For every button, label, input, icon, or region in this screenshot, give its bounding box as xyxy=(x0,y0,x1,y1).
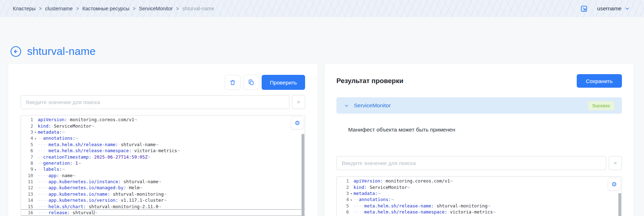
content: Проверить × 1apiVersion:·monitoring.core… xyxy=(8,64,634,216)
breadcrumb-item[interactable]: Кастомные ресурсы xyxy=(82,6,129,11)
line-number: 14 xyxy=(21,197,33,203)
line-number: 8 xyxy=(21,160,33,166)
fold-spacer xyxy=(33,144,38,145)
line-number: 5 xyxy=(337,203,349,209)
line-number: 1 xyxy=(337,178,349,184)
code-text: ··creationTimestamp:·2025-06-27T14:59:05… xyxy=(38,154,150,160)
fold-spacer xyxy=(33,150,38,151)
line-number: 12 xyxy=(21,185,33,190)
breadcrumb-item[interactable]: clustername xyxy=(45,6,73,11)
copy-button[interactable] xyxy=(243,75,259,90)
code-line: 15····helm.sh/chart:·shturval-monitoring… xyxy=(21,203,305,209)
line-number: 10 xyxy=(21,173,33,178)
code-line: 7··creationTimestamp:·2025-06-27T14:59:0… xyxy=(21,154,305,160)
code-line: 4▾··annotations:¬ xyxy=(21,135,305,141)
fold-arrow-icon[interactable]: ▾ xyxy=(33,130,38,134)
editor-search-row: × xyxy=(21,95,305,109)
code-line: 5····meta.helm.sh/release-name:·shturval… xyxy=(21,142,305,148)
result-yaml-lines: 1apiVersion:·monitoring.coreos.com/v1¬2k… xyxy=(337,177,622,216)
clear-search-button[interactable]: × xyxy=(292,95,305,109)
yaml-editor[interactable]: 1apiVersion:·monitoring.coreos.com/v1¬2k… xyxy=(21,115,305,216)
code-line: 4▾··annotations:¬ xyxy=(337,196,622,202)
code-line: 3▾metadata:¬ xyxy=(337,190,622,196)
delete-button[interactable] xyxy=(225,75,241,90)
code-line: 9▾··labels:¬ xyxy=(21,166,305,172)
code-text: apiVersion:·monitoring.coreos.com/v1¬ xyxy=(354,178,452,184)
line-number: 2 xyxy=(337,185,349,190)
result-accordion-header[interactable]: ServiceMonitor Success xyxy=(336,97,622,114)
code-line: 6····meta.helm.sh/release-namespace:·vic… xyxy=(21,148,305,154)
code-text: ····meta.helm.sh/release-namespace:·vict… xyxy=(354,209,496,215)
line-number: 15 xyxy=(21,204,33,209)
fold-spacer xyxy=(33,181,38,182)
fold-spacer xyxy=(33,163,38,163)
fold-arrow-icon[interactable]: ▾ xyxy=(33,167,38,171)
editor-scrollbar[interactable] xyxy=(301,115,305,216)
line-number: 9 xyxy=(21,166,33,172)
code-text: apiVersion:·monitoring.coreos.com/v1¬ xyxy=(38,117,137,122)
breadcrumb: Кластеры>clustername>Кастомные ресурсы>S… xyxy=(13,6,214,11)
code-text: ····meta.helm.sh/release-name:·shturval-… xyxy=(38,142,158,147)
line-number: 5 xyxy=(21,142,33,147)
gear-icon: ⚙ xyxy=(611,181,617,187)
breadcrumb-item: shturval-name xyxy=(182,6,214,11)
breadcrumb-item[interactable]: ServiceMonitor xyxy=(139,6,173,11)
result-message: Манифест объекта может быть применен xyxy=(348,127,622,134)
fold-spacer xyxy=(33,200,38,201)
copy-icon xyxy=(248,79,255,86)
chevron-down-icon xyxy=(344,103,349,108)
back-button[interactable] xyxy=(10,46,22,57)
line-number: 1 xyxy=(21,117,33,122)
arrow-left-circle-icon xyxy=(10,46,22,57)
result-yaml-viewer[interactable]: 1apiVersion:·monitoring.coreos.com/v1¬2k… xyxy=(336,176,622,216)
open-window-button[interactable] xyxy=(580,5,588,12)
scrollbar-thumb[interactable] xyxy=(618,193,621,216)
line-number: 4 xyxy=(337,197,349,202)
line-number: 2 xyxy=(21,123,33,129)
fold-spacer xyxy=(349,187,354,187)
fold-spacer xyxy=(33,119,38,120)
user-menu[interactable]: username xyxy=(597,5,630,12)
result-kind-label: ServiceMonitor xyxy=(354,102,391,109)
code-text: ····app.kubernetes.io/instance:·shturval… xyxy=(38,179,161,184)
code-line: 1apiVersion:·monitoring.coreos.com/v1¬ xyxy=(337,178,622,184)
breadcrumb-separator-icon: > xyxy=(76,6,79,11)
fold-spacer xyxy=(33,125,38,126)
code-line: 13····app.kubernetes.io/name:·shturval-m… xyxy=(21,191,305,197)
app-root: Кластеры>clustername>Кастомные ресурсы>S… xyxy=(0,0,644,216)
line-number: 13 xyxy=(21,191,33,197)
code-text: ····app.kubernetes.io/managed-by:·Helm¬ xyxy=(38,185,142,190)
fold-arrow-icon[interactable]: ▾ xyxy=(349,191,354,195)
code-text: ····app:·name¬ xyxy=(38,173,75,178)
code-line: 10····app:·name¬ xyxy=(21,173,305,179)
panel-title: Результат проверки xyxy=(336,77,403,85)
code-line: 5····meta.helm.sh/release-name:·shturval… xyxy=(337,203,622,209)
fold-arrow-icon[interactable]: ▾ xyxy=(349,197,354,202)
code-text: kind:·ServiceMonitor¬ xyxy=(354,185,410,190)
line-number: 16 xyxy=(21,210,33,215)
line-number: 3 xyxy=(337,191,349,196)
editor-toolbar: Проверить xyxy=(21,75,305,90)
search-input[interactable] xyxy=(21,95,289,109)
fold-arrow-icon[interactable]: ▾ xyxy=(33,136,38,140)
fold-spacer xyxy=(349,212,354,212)
result-clear-search-button[interactable]: × xyxy=(609,156,622,170)
breadcrumb-bar: Кластеры>clustername>Кастомные ресурсы>S… xyxy=(0,0,644,17)
line-number: 11 xyxy=(21,179,33,184)
code-text: ··generation:·1¬ xyxy=(38,160,80,166)
check-button[interactable]: Проверить xyxy=(262,75,305,90)
code-text: ··annotations:¬ xyxy=(38,135,78,141)
breadcrumb-item[interactable]: Кластеры xyxy=(13,6,36,11)
editor-settings-button[interactable]: ⚙ xyxy=(291,117,304,129)
code-line: 1apiVersion:·monitoring.coreos.com/v1¬ xyxy=(21,117,305,123)
gear-icon: ⚙ xyxy=(294,120,300,126)
line-number: 7 xyxy=(21,154,33,160)
result-editor-settings-button[interactable]: ⚙ xyxy=(608,178,621,191)
fold-spacer xyxy=(349,205,354,206)
result-search-input[interactable] xyxy=(336,156,606,170)
page-title-row: shturval-name xyxy=(10,45,644,58)
status-badge: Success xyxy=(588,101,614,110)
save-button[interactable]: Сохранить xyxy=(577,74,622,88)
page-title: shturval-name xyxy=(27,45,96,57)
scrollbar-thumb[interactable] xyxy=(302,134,304,216)
